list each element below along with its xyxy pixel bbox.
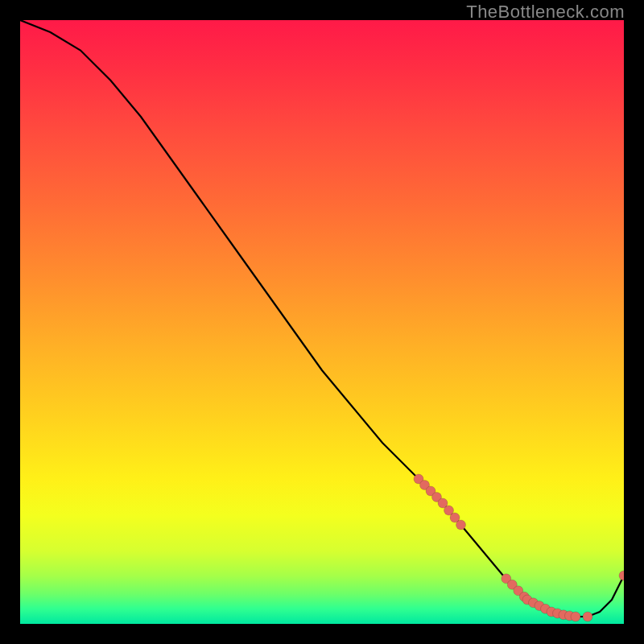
curve-dot-group bbox=[414, 474, 624, 621]
chart-svg bbox=[20, 20, 624, 624]
chart-frame: { "watermark": "TheBottleneck.com", "cha… bbox=[0, 0, 644, 644]
curve-dot bbox=[571, 612, 580, 621]
bottleneck-curve-line bbox=[20, 20, 624, 617]
curve-dot bbox=[619, 571, 624, 580]
plot-area bbox=[20, 20, 624, 624]
curve-dot bbox=[456, 520, 466, 530]
curve-dot bbox=[583, 612, 592, 621]
